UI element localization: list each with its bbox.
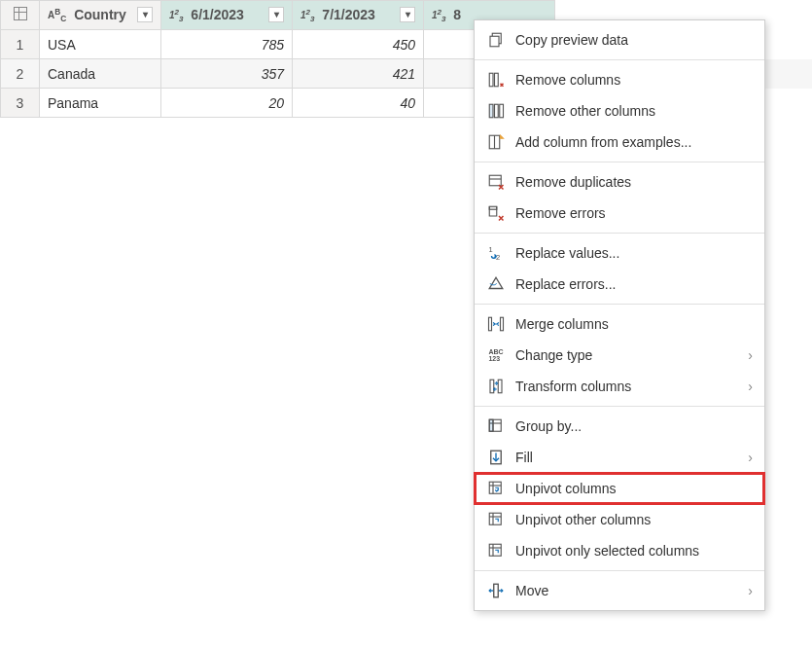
- menu-separator: [475, 162, 764, 162]
- unpivot-icon: [486, 479, 506, 498]
- menu-group-by[interactable]: Group by...: [475, 411, 764, 442]
- context-menu: Copy preview data Remove columns Remove …: [474, 19, 765, 611]
- svg-rect-21: [489, 419, 493, 431]
- menu-separator: [475, 406, 764, 407]
- svg-rect-11: [489, 206, 497, 209]
- svg-rect-6: [500, 104, 504, 118]
- svg-rect-1: [490, 36, 499, 47]
- unpivot-other-icon: [486, 510, 506, 529]
- remove-errors-icon: [486, 203, 506, 223]
- remove-columns-icon: [486, 70, 506, 90]
- cell-value[interactable]: 40: [293, 89, 424, 118]
- menu-add-column-examples[interactable]: Add column from examples...: [475, 126, 764, 158]
- menu-separator: [475, 570, 764, 571]
- table-icon: [14, 7, 27, 20]
- menu-remove-columns[interactable]: Remove columns: [475, 64, 764, 95]
- cell-country[interactable]: Panama: [40, 89, 161, 118]
- change-type-icon: ABC123: [486, 345, 506, 365]
- column-label: 6/1/2023: [191, 7, 244, 22]
- menu-move[interactable]: Move ›: [475, 575, 764, 606]
- menu-separator: [475, 304, 764, 305]
- svg-rect-4: [489, 104, 493, 118]
- replace-errors-icon: [486, 274, 506, 294]
- copy-icon: [486, 30, 506, 50]
- column-header-country[interactable]: ABC Country: [40, 1, 161, 30]
- menu-copy-preview[interactable]: Copy preview data: [475, 24, 764, 55]
- unpivot-selected-icon: [486, 541, 506, 560]
- number-type-icon: 123: [300, 8, 314, 23]
- menu-separator: [475, 233, 764, 234]
- svg-rect-33: [494, 584, 499, 597]
- menu-remove-errors[interactable]: Remove errors: [475, 198, 764, 229]
- menu-label: Remove other columns: [515, 103, 753, 119]
- remove-duplicates-icon: [486, 172, 506, 192]
- cell-value[interactable]: 450: [293, 30, 424, 59]
- menu-merge-columns[interactable]: Merge columns: [475, 308, 764, 340]
- menu-unpivot-selected-columns[interactable]: Unpivot only selected columns: [475, 535, 764, 566]
- cell-country[interactable]: USA: [40, 30, 161, 59]
- number-type-icon: 123: [169, 8, 183, 23]
- replace-values-icon: 12: [486, 243, 506, 263]
- number-type-icon: 123: [432, 8, 445, 23]
- table-corner[interactable]: [1, 1, 40, 30]
- menu-label: Unpivot other columns: [515, 512, 753, 527]
- menu-transform-columns[interactable]: Transform columns ›: [475, 371, 764, 402]
- menu-separator: [475, 59, 764, 60]
- merge-columns-icon: [486, 314, 506, 334]
- svg-rect-9: [489, 175, 501, 186]
- svg-text:2: 2: [496, 253, 500, 262]
- menu-label: Group by...: [515, 418, 753, 434]
- menu-replace-errors[interactable]: Replace errors...: [475, 269, 764, 300]
- column-label: 7/1/2023: [322, 7, 375, 22]
- menu-label: Merge columns: [515, 316, 753, 332]
- filter-dropdown-icon[interactable]: [268, 7, 284, 22]
- menu-label: Fill: [515, 450, 740, 465]
- chevron-right-icon: ›: [748, 347, 753, 363]
- menu-remove-duplicates[interactable]: Remove duplicates: [475, 166, 764, 198]
- menu-change-type[interactable]: ABC123 Change type ›: [475, 340, 764, 371]
- svg-rect-3: [495, 73, 499, 87]
- menu-label: Copy preview data: [515, 32, 753, 48]
- group-by-icon: [486, 416, 506, 436]
- remove-other-columns-icon: [486, 101, 506, 121]
- column-label: Country: [74, 7, 126, 22]
- cell-country[interactable]: Canada: [40, 59, 161, 89]
- text-type-icon: ABC: [48, 8, 66, 23]
- menu-label: Add column from examples...: [515, 134, 753, 150]
- chevron-right-icon: ›: [748, 379, 753, 394]
- menu-unpivot-columns[interactable]: Unpivot columns: [475, 473, 764, 504]
- filter-dropdown-icon[interactable]: [400, 7, 415, 22]
- row-number: 1: [1, 30, 40, 59]
- svg-rect-15: [501, 317, 504, 331]
- cell-value[interactable]: 20: [161, 89, 293, 118]
- transform-columns-icon: [486, 377, 506, 396]
- cell-value[interactable]: 421: [293, 59, 424, 89]
- column-header-date2[interactable]: 123 7/1/2023: [293, 1, 424, 30]
- svg-rect-17: [498, 379, 502, 393]
- menu-label: Replace values...: [515, 245, 753, 261]
- svg-text:1: 1: [489, 245, 493, 254]
- menu-label: Replace errors...: [515, 276, 753, 292]
- svg-rect-16: [490, 379, 494, 393]
- menu-label: Remove errors: [515, 205, 753, 221]
- menu-label: Unpivot only selected columns: [515, 543, 753, 559]
- cell-value[interactable]: 785: [161, 30, 293, 59]
- menu-remove-other-columns[interactable]: Remove other columns: [475, 95, 764, 126]
- cell-value[interactable]: 357: [161, 59, 293, 89]
- chevron-right-icon: ›: [748, 450, 753, 465]
- row-number: 2: [1, 59, 40, 89]
- column-header-date1[interactable]: 123 6/1/2023: [161, 1, 293, 30]
- menu-label: Remove duplicates: [515, 174, 753, 190]
- menu-label: Remove columns: [515, 72, 753, 88]
- menu-replace-values[interactable]: 12 Replace values...: [475, 237, 764, 269]
- filter-dropdown-icon[interactable]: [137, 7, 153, 22]
- menu-label: Move: [515, 583, 740, 598]
- row-number: 3: [1, 89, 40, 118]
- fill-icon: [486, 448, 506, 467]
- menu-label: Transform columns: [515, 379, 740, 394]
- menu-fill[interactable]: Fill ›: [475, 442, 764, 473]
- add-column-icon: [486, 132, 506, 152]
- move-icon: [486, 581, 506, 600]
- menu-label: Unpivot columns: [515, 481, 753, 496]
- menu-unpivot-other-columns[interactable]: Unpivot other columns: [475, 504, 764, 535]
